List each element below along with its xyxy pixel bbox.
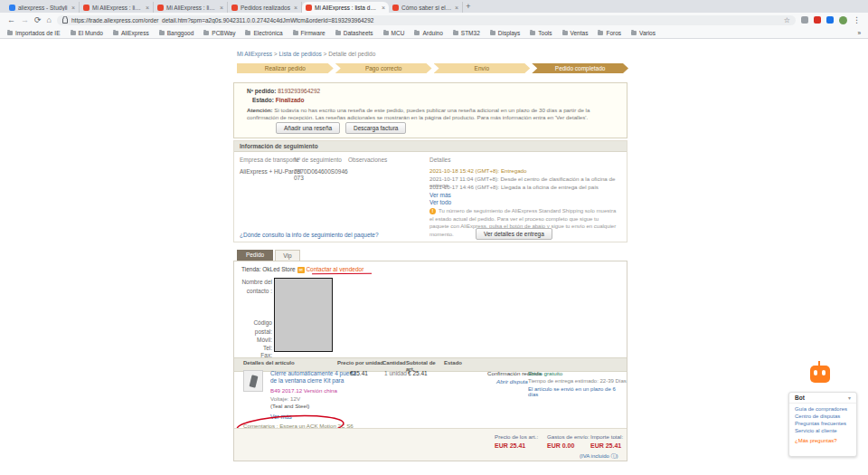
breadcrumb-separator: > [324,51,327,57]
bookmark-item[interactable]: Displays [490,30,521,36]
bookmark-label: PCBWay [212,30,235,36]
chat-widget-panel: Bot ▾ Guía de compradores Centro de disp… [788,392,857,457]
back-icon[interactable]: ← [7,14,15,26]
tab-close-icon[interactable]: × [220,5,223,11]
browser-tab-4[interactable]: Pedidos realizados × [228,2,302,13]
tracking-carrier-value: AliExpress + HU-Parcel [240,168,301,175]
bookmark-item[interactable]: Datasheets [335,30,373,36]
browser-tab-3[interactable]: Mi AliExpress : lista × [154,2,228,13]
reload-icon[interactable]: ⟳ [34,14,42,26]
bookmark-item[interactable]: El Mundo [71,30,103,36]
bookmark-label: Ventas [571,30,589,36]
chat-widget-header[interactable]: Bot ▾ [789,393,856,404]
order-info-box: Nº pedido: 8193293964292 Estado: Finaliz… [233,82,627,138]
bookmark-item[interactable]: Foros [598,30,621,36]
product-thumbnail[interactable] [243,370,263,392]
tab-vip[interactable]: Vip [275,250,300,261]
breadcrumb-current: Detalle del pedido [328,51,375,57]
breadcrumb-link-my-aliexpress[interactable]: Mi AliExpress [237,51,272,57]
tracking-all-link[interactable]: Ver todo [429,199,451,205]
lock-icon [62,16,68,24]
bookmark-item[interactable]: Arduino [414,30,442,36]
browser-tab-strip: aliexpress - Studyli × Mi AliExpress : l… [0,0,868,13]
folder-icon [7,31,13,35]
tab-title: Mi AliExpress : lista [166,5,217,11]
chat-menu-item[interactable]: Centro de disputas [789,413,856,420]
new-tab-button[interactable]: + [463,2,474,13]
bookmark-item[interactable]: AliExpress [113,30,149,36]
annotation-underline [312,265,372,275]
forward-icon[interactable]: → [21,14,29,26]
where-is-tracking-link[interactable]: ¿Dónde consulto la info de seguimiento d… [240,232,379,238]
order-actions: Añadir una reseña Descarga factura [276,122,406,134]
profile-avatar[interactable] [839,16,847,24]
bookmark-item[interactable]: Importados de IE [7,30,61,36]
items-total-label: Precio de los art.: [495,433,538,440]
tab-close-icon[interactable]: × [382,5,385,11]
chat-widget-title: Bot [795,394,805,401]
tracking-col-details: Detalles [429,157,450,163]
tab-close-icon[interactable]: × [146,5,149,11]
tab-pedido[interactable]: Pedido [237,250,273,261]
browser-tab-2[interactable]: Mi AliExpress : lista × [80,2,154,13]
store-name[interactable]: Tienda: OkLed Store [241,266,296,272]
download-invoice-button[interactable]: Descarga factura [345,122,407,134]
chat-more-questions-link[interactable]: ¿Más preguntas? [789,437,856,444]
bookmark-item[interactable]: Electrónica [245,30,282,36]
mascot-eye [822,370,826,375]
tab-close-icon[interactable]: × [455,5,458,11]
view-delivery-details-button[interactable]: Ver detalles de entrega [476,228,552,240]
extension-icon[interactable] [826,16,834,24]
attention-label: Atención: [247,107,273,113]
browser-tab-1[interactable]: aliexpress - Studyli × [5,2,80,13]
col-unit-price: Precio por unidad [337,360,383,366]
tracking-col-remarks: Observaciones [348,157,387,163]
bookmark-item[interactable]: MCU [383,30,405,36]
address-label: contacto : [234,288,272,294]
bookmark-item[interactable]: Banggood [159,30,194,36]
home-icon[interactable]: ⌂ [47,14,52,26]
menu-icon[interactable]: ⋮ [853,14,861,26]
breadcrumb-link-order-list[interactable]: Lista de pedidos [278,51,321,57]
col-quantity: Cantidad [382,360,406,366]
chat-mascot[interactable] [810,366,830,383]
tab-title: Mi AliExpress : lista [92,5,143,11]
bookmark-label: Banggood [167,30,194,36]
bookmark-item[interactable]: STM32 [453,30,480,36]
tab-close-icon[interactable]: × [71,5,75,11]
chat-menu-item[interactable]: Guía de compradores [789,405,856,413]
chat-menu-item[interactable]: Preguntas frecuentes [789,420,856,427]
bookmark-label: Datasheets [344,30,373,36]
bookmark-label: Firmware [301,30,326,36]
bookmark-item[interactable]: PCBWay [203,30,235,36]
address-label: Nombre del [234,279,272,285]
product-title-link[interactable]: Cierre automáticamente 4 puerta de la ve… [270,370,361,385]
tracking-more-link[interactable]: Ver más [429,192,451,198]
add-review-button[interactable]: Añadir una reseña [276,122,340,134]
vat-included-note[interactable]: (IVA incluido ⓘ) [580,452,618,461]
order-progress-steps: Realizar pedido Pago correcto Envío Pedi… [237,63,628,73]
order-detail-page: Mi AliExpress > Lista de pedidos > Detal… [0,40,868,475]
browser-tab-6[interactable]: Cómo saber si el sof × [389,2,463,13]
puzzle-extension-icon[interactable] [801,16,808,24]
open-dispute-link[interactable]: Abrir disputa [496,378,528,385]
product-extra: (Teal and Steel) [270,403,309,409]
browser-tab-active[interactable]: Mi AliExpress : lista de pedidos × [302,2,389,13]
bookmark-item[interactable]: Ventas [562,30,589,36]
tab-close-icon[interactable]: × [294,5,297,11]
address-bar[interactable]: https://trade.aliexpress.com/order_detai… [57,15,796,25]
bookmark-item[interactable]: Firmware [293,30,326,36]
envelope-icon: ✉ [297,267,305,273]
bookmark-star-icon[interactable]: ☆ [784,16,790,24]
chat-menu-item[interactable]: Servicio al cliente [789,427,856,434]
bookmarks-bar: Importados de IE El Mundo AliExpress Ban… [0,27,868,39]
tracking-section-title: Información de seguimiento [234,141,627,152]
order-status-row: Estado: Finalizado [252,97,304,103]
bookmarks-overflow-icon[interactable]: » [857,30,861,36]
shipped-within-link[interactable]: El artículo se envió en un plazo de 6 dí… [528,386,627,397]
extension-icon[interactable] [814,16,821,24]
bookmark-item[interactable]: Varios [631,30,656,36]
chevron-down-icon[interactable]: ▾ [848,394,851,401]
address-label: Tel: [234,345,272,351]
bookmark-item[interactable]: Tools [530,30,552,36]
